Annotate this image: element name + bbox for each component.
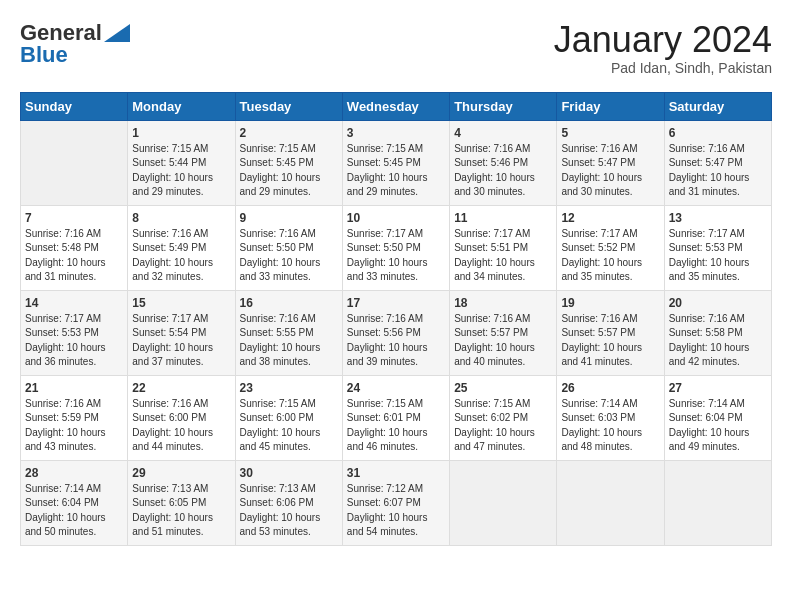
logo: General Blue (20, 20, 130, 68)
calendar-cell: 21Sunrise: 7:16 AMSunset: 5:59 PMDayligh… (21, 375, 128, 460)
calendar-cell: 7Sunrise: 7:16 AMSunset: 5:48 PMDaylight… (21, 205, 128, 290)
day-number: 11 (454, 211, 552, 225)
calendar-cell: 12Sunrise: 7:17 AMSunset: 5:52 PMDayligh… (557, 205, 664, 290)
day-number: 10 (347, 211, 445, 225)
day-info: Sunrise: 7:16 AMSunset: 5:47 PMDaylight:… (561, 142, 659, 200)
title-block: January 2024 Pad Idan, Sindh, Pakistan (554, 20, 772, 76)
calendar-table: SundayMondayTuesdayWednesdayThursdayFrid… (20, 92, 772, 546)
day-number: 18 (454, 296, 552, 310)
day-number: 20 (669, 296, 767, 310)
logo-blue: Blue (20, 42, 68, 68)
weekday-header-tuesday: Tuesday (235, 92, 342, 120)
calendar-week-4: 21Sunrise: 7:16 AMSunset: 5:59 PMDayligh… (21, 375, 772, 460)
day-info: Sunrise: 7:14 AMSunset: 6:04 PMDaylight:… (669, 397, 767, 455)
day-info: Sunrise: 7:15 AMSunset: 5:45 PMDaylight:… (240, 142, 338, 200)
day-number: 5 (561, 126, 659, 140)
day-number: 30 (240, 466, 338, 480)
day-info: Sunrise: 7:17 AMSunset: 5:53 PMDaylight:… (25, 312, 123, 370)
day-number: 8 (132, 211, 230, 225)
day-number: 16 (240, 296, 338, 310)
weekday-header-sunday: Sunday (21, 92, 128, 120)
day-info: Sunrise: 7:12 AMSunset: 6:07 PMDaylight:… (347, 482, 445, 540)
day-info: Sunrise: 7:16 AMSunset: 5:49 PMDaylight:… (132, 227, 230, 285)
calendar-cell: 2Sunrise: 7:15 AMSunset: 5:45 PMDaylight… (235, 120, 342, 205)
day-number: 15 (132, 296, 230, 310)
calendar-week-5: 28Sunrise: 7:14 AMSunset: 6:04 PMDayligh… (21, 460, 772, 545)
day-info: Sunrise: 7:16 AMSunset: 5:55 PMDaylight:… (240, 312, 338, 370)
day-number: 19 (561, 296, 659, 310)
calendar-week-1: 1Sunrise: 7:15 AMSunset: 5:44 PMDaylight… (21, 120, 772, 205)
day-info: Sunrise: 7:16 AMSunset: 5:47 PMDaylight:… (669, 142, 767, 200)
calendar-cell (21, 120, 128, 205)
calendar-cell: 13Sunrise: 7:17 AMSunset: 5:53 PMDayligh… (664, 205, 771, 290)
day-number: 14 (25, 296, 123, 310)
day-info: Sunrise: 7:13 AMSunset: 6:06 PMDaylight:… (240, 482, 338, 540)
day-info: Sunrise: 7:14 AMSunset: 6:03 PMDaylight:… (561, 397, 659, 455)
day-number: 28 (25, 466, 123, 480)
day-number: 23 (240, 381, 338, 395)
calendar-cell: 10Sunrise: 7:17 AMSunset: 5:50 PMDayligh… (342, 205, 449, 290)
calendar-cell: 6Sunrise: 7:16 AMSunset: 5:47 PMDaylight… (664, 120, 771, 205)
day-info: Sunrise: 7:16 AMSunset: 6:00 PMDaylight:… (132, 397, 230, 455)
day-number: 29 (132, 466, 230, 480)
day-number: 24 (347, 381, 445, 395)
day-number: 7 (25, 211, 123, 225)
day-number: 2 (240, 126, 338, 140)
calendar-cell: 5Sunrise: 7:16 AMSunset: 5:47 PMDaylight… (557, 120, 664, 205)
calendar-cell: 23Sunrise: 7:15 AMSunset: 6:00 PMDayligh… (235, 375, 342, 460)
logo-icon (104, 24, 130, 42)
weekday-header-monday: Monday (128, 92, 235, 120)
calendar-cell (450, 460, 557, 545)
day-info: Sunrise: 7:13 AMSunset: 6:05 PMDaylight:… (132, 482, 230, 540)
day-number: 31 (347, 466, 445, 480)
calendar-cell: 9Sunrise: 7:16 AMSunset: 5:50 PMDaylight… (235, 205, 342, 290)
day-info: Sunrise: 7:16 AMSunset: 5:50 PMDaylight:… (240, 227, 338, 285)
calendar-week-3: 14Sunrise: 7:17 AMSunset: 5:53 PMDayligh… (21, 290, 772, 375)
day-number: 13 (669, 211, 767, 225)
calendar-cell: 26Sunrise: 7:14 AMSunset: 6:03 PMDayligh… (557, 375, 664, 460)
calendar-cell: 11Sunrise: 7:17 AMSunset: 5:51 PMDayligh… (450, 205, 557, 290)
day-number: 21 (25, 381, 123, 395)
calendar-cell: 19Sunrise: 7:16 AMSunset: 5:57 PMDayligh… (557, 290, 664, 375)
calendar-cell: 31Sunrise: 7:12 AMSunset: 6:07 PMDayligh… (342, 460, 449, 545)
calendar-cell (664, 460, 771, 545)
day-number: 22 (132, 381, 230, 395)
day-info: Sunrise: 7:16 AMSunset: 5:57 PMDaylight:… (454, 312, 552, 370)
weekday-header-saturday: Saturday (664, 92, 771, 120)
day-number: 1 (132, 126, 230, 140)
day-info: Sunrise: 7:15 AMSunset: 6:00 PMDaylight:… (240, 397, 338, 455)
day-number: 9 (240, 211, 338, 225)
day-info: Sunrise: 7:16 AMSunset: 5:57 PMDaylight:… (561, 312, 659, 370)
calendar-cell: 30Sunrise: 7:13 AMSunset: 6:06 PMDayligh… (235, 460, 342, 545)
calendar-cell: 28Sunrise: 7:14 AMSunset: 6:04 PMDayligh… (21, 460, 128, 545)
day-info: Sunrise: 7:17 AMSunset: 5:54 PMDaylight:… (132, 312, 230, 370)
calendar-header-row: SundayMondayTuesdayWednesdayThursdayFrid… (21, 92, 772, 120)
calendar-cell: 18Sunrise: 7:16 AMSunset: 5:57 PMDayligh… (450, 290, 557, 375)
day-info: Sunrise: 7:16 AMSunset: 5:46 PMDaylight:… (454, 142, 552, 200)
day-number: 4 (454, 126, 552, 140)
calendar-cell: 14Sunrise: 7:17 AMSunset: 5:53 PMDayligh… (21, 290, 128, 375)
calendar-cell: 4Sunrise: 7:16 AMSunset: 5:46 PMDaylight… (450, 120, 557, 205)
day-number: 3 (347, 126, 445, 140)
calendar-cell: 16Sunrise: 7:16 AMSunset: 5:55 PMDayligh… (235, 290, 342, 375)
calendar-cell: 17Sunrise: 7:16 AMSunset: 5:56 PMDayligh… (342, 290, 449, 375)
page-subtitle: Pad Idan, Sindh, Pakistan (554, 60, 772, 76)
calendar-cell: 27Sunrise: 7:14 AMSunset: 6:04 PMDayligh… (664, 375, 771, 460)
day-info: Sunrise: 7:15 AMSunset: 6:02 PMDaylight:… (454, 397, 552, 455)
calendar-cell: 22Sunrise: 7:16 AMSunset: 6:00 PMDayligh… (128, 375, 235, 460)
day-info: Sunrise: 7:17 AMSunset: 5:53 PMDaylight:… (669, 227, 767, 285)
calendar-cell: 3Sunrise: 7:15 AMSunset: 5:45 PMDaylight… (342, 120, 449, 205)
page-title: January 2024 (554, 20, 772, 60)
day-info: Sunrise: 7:16 AMSunset: 5:56 PMDaylight:… (347, 312, 445, 370)
day-number: 25 (454, 381, 552, 395)
day-number: 27 (669, 381, 767, 395)
day-number: 26 (561, 381, 659, 395)
day-info: Sunrise: 7:17 AMSunset: 5:50 PMDaylight:… (347, 227, 445, 285)
day-info: Sunrise: 7:14 AMSunset: 6:04 PMDaylight:… (25, 482, 123, 540)
page-header: General Blue January 2024 Pad Idan, Sind… (20, 20, 772, 76)
day-info: Sunrise: 7:15 AMSunset: 5:45 PMDaylight:… (347, 142, 445, 200)
calendar-cell: 1Sunrise: 7:15 AMSunset: 5:44 PMDaylight… (128, 120, 235, 205)
calendar-cell (557, 460, 664, 545)
day-number: 12 (561, 211, 659, 225)
day-info: Sunrise: 7:16 AMSunset: 5:48 PMDaylight:… (25, 227, 123, 285)
